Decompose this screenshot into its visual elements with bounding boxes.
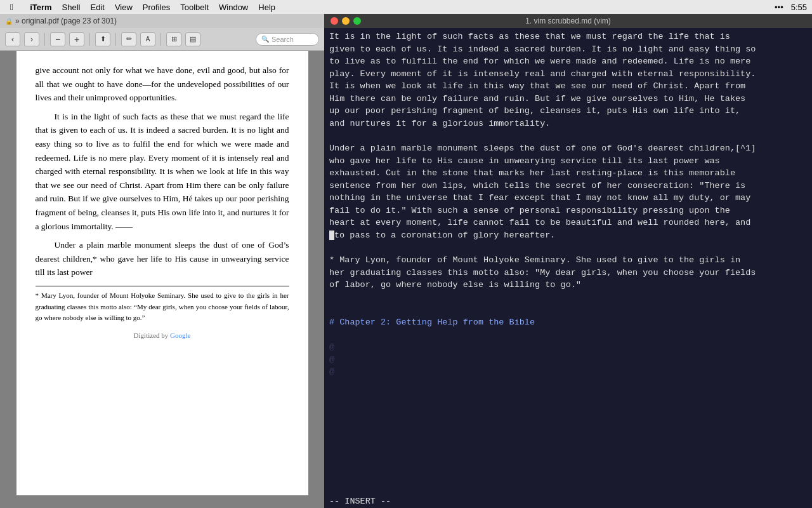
vim-line-24 <box>329 329 807 342</box>
vim-line-12: sentence from her own lips, which tells … <box>329 180 807 192</box>
vim-titlebar: 1. vim scrubbed.md (vim) <box>324 14 812 28</box>
google-text: Google <box>170 331 190 339</box>
vim-line-17 <box>329 242 807 255</box>
menu-window[interactable]: Window <box>214 0 253 14</box>
vim-line-16: to pass to a coronation of glory hereaft… <box>329 229 807 242</box>
pdf-content: give account not only for what we have d… <box>0 51 324 508</box>
vim-line-7: and nurtures it for a glorious immortali… <box>329 117 807 130</box>
vim-line-25: @ <box>329 341 807 354</box>
zoom-in-button[interactable]: + <box>69 32 84 46</box>
main-area: 🔒 » original.pdf (page 23 of 301) ‹ › − … <box>0 14 812 508</box>
vim-line-8 <box>329 130 807 143</box>
menu-view[interactable]: View <box>110 0 138 14</box>
vim-statusbar: -- INSERT -- <box>324 494 812 508</box>
menubar-right: ••• 5:55 <box>775 3 807 12</box>
pdf-page: give account not only for what we have d… <box>16 51 308 495</box>
vim-line-22 <box>329 304 807 316</box>
pdf-para-1: give account not only for what we have d… <box>36 64 289 105</box>
pdf-footnote-text: * Mary Lyon, founder of Mount Holyoke Se… <box>36 290 289 324</box>
vim-line-13: nothing in the universe that I fear exce… <box>329 192 807 204</box>
close-button[interactable] <box>331 17 338 25</box>
search-placeholder: Search <box>272 36 294 43</box>
pdf-toolbar: ‹ › − + ⬆ ✏ A ⊞ ▤ 🔍 Search <box>0 28 324 51</box>
traffic-lights <box>331 17 361 25</box>
menu-shell[interactable]: Shell <box>57 0 86 14</box>
apple-menu[interactable]:  <box>5 0 18 14</box>
vim-line-3: play. Every moment of it is intensely re… <box>329 68 807 81</box>
pdf-para-3: Under a plain marble monument sleeps the… <box>36 238 289 279</box>
vim-line-15: heart at every moment, life cannot fail … <box>329 217 807 229</box>
menu-toolbelt[interactable]: Toolbelt <box>175 0 214 14</box>
vim-line-21 <box>329 291 807 304</box>
pdf-search-box[interactable]: 🔍 Search <box>256 33 319 46</box>
vim-line-11: exhausted. Cut in the stone that marks h… <box>329 167 807 180</box>
menu-profiles[interactable]: Profiles <box>138 0 175 14</box>
menu-iterm[interactable]: iTerm <box>25 0 56 14</box>
pdf-footnote: * Mary Lyon, founder of Mount Holyoke Se… <box>36 286 289 324</box>
clock: 5:55 <box>791 3 807 12</box>
vim-line-18: * Mary Lyon, founder of Mount Holyoke Se… <box>329 254 807 267</box>
vim-line-5: Him there can be only failure and ruin. … <box>329 93 807 105</box>
pdf-titlebar: 🔒 » original.pdf (page 23 of 301) <box>0 14 324 28</box>
lock-icon: 🔒 <box>5 18 13 25</box>
pdf-title: » original.pdf (page 23 of 301) <box>15 17 117 25</box>
menu-help[interactable]: Help <box>253 0 280 14</box>
sidebar-toggle-button[interactable]: ⊞ <box>166 32 181 46</box>
toolbar-separator-3 <box>115 33 116 46</box>
vim-line-4: It is when we look at life in this way t… <box>329 80 807 93</box>
menubar-left:  iTerm Shell Edit View Profiles Toolbel… <box>5 0 280 14</box>
menu-edit[interactable]: Edit <box>85 0 109 14</box>
vim-line-10: who gave her life to His cause in unwear… <box>329 155 807 168</box>
share-button[interactable]: ⬆ <box>95 32 110 46</box>
toolbar-separator-4 <box>160 33 161 46</box>
google-watermark: Digitized by Google <box>36 330 289 342</box>
toolbar-separator-2 <box>89 33 90 46</box>
vim-line-26: @ <box>329 354 807 366</box>
vim-cursor <box>329 231 334 240</box>
vim-editor[interactable]: It is in the light of such facts as thes… <box>324 28 812 494</box>
vim-mode: -- INSERT -- <box>329 497 391 506</box>
annotate-button[interactable]: ✏ <box>121 32 136 46</box>
menubar-dots: ••• <box>775 3 783 12</box>
pdf-para-2: It is in the light of such facts as thes… <box>36 110 289 233</box>
maximize-button[interactable] <box>353 17 361 25</box>
vim-line-23: # Chapter 2: Getting Help from the Bible <box>329 316 807 329</box>
toolbar-separator-1 <box>44 33 45 46</box>
vim-line-19: her graduating classes this motto also: … <box>329 267 807 279</box>
vim-line-2: to live as to fulfill the end for which … <box>329 55 807 68</box>
page-view-button[interactable]: ▤ <box>185 32 200 46</box>
vim-title: 1. vim scrubbed.md (vim) <box>525 17 611 25</box>
vim-line-1: given to each of us. It is indeed a sacr… <box>329 43 807 56</box>
highlight-button[interactable]: A <box>140 32 155 46</box>
vim-line-0: It is in the light of such facts as thes… <box>329 30 807 43</box>
minimize-button[interactable] <box>342 17 350 25</box>
zoom-out-button[interactable]: − <box>50 32 65 46</box>
vim-line-14: fail to do it." With such a sense of per… <box>329 204 807 217</box>
vim-line-20: of labor, go where nobody else is willin… <box>329 279 807 291</box>
pdf-pane: 🔒 » original.pdf (page 23 of 301) ‹ › − … <box>0 14 324 508</box>
search-icon: 🔍 <box>261 36 269 43</box>
vim-line-6: up our poor perishing fragment of being,… <box>329 105 807 117</box>
menubar:  iTerm Shell Edit View Profiles Toolbel… <box>0 0 812 14</box>
nav-back-button[interactable]: ‹ <box>5 32 20 46</box>
nav-forward-button[interactable]: › <box>24 32 39 46</box>
vim-line-27: @ <box>329 366 807 378</box>
vim-line-9: Under a plain marble monument sleeps the… <box>329 142 807 155</box>
vim-pane: 1. vim scrubbed.md (vim) It is in the li… <box>324 14 812 508</box>
